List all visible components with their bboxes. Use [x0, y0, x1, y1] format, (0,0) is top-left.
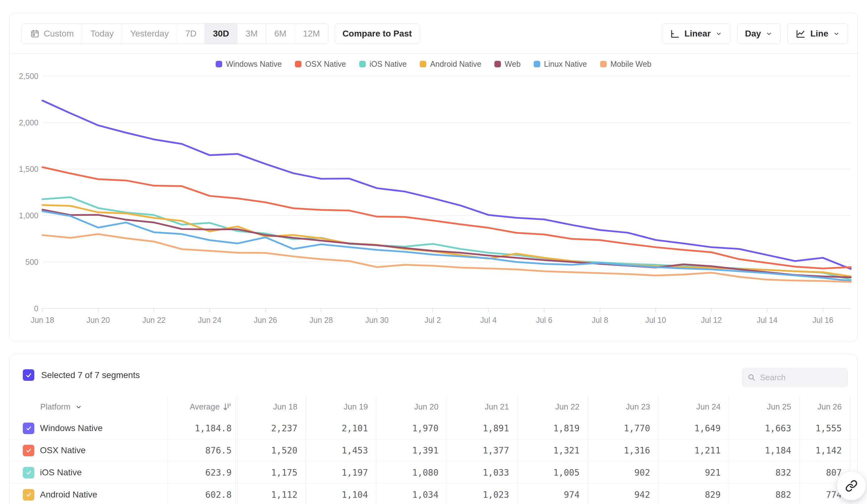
value-cell: 1,453 — [306, 445, 376, 456]
x-axis-label: Jul 6 — [536, 316, 553, 324]
average-cell: 623.9 — [167, 468, 235, 478]
search-icon — [748, 373, 756, 382]
range-button-3m[interactable]: 3M — [237, 24, 266, 44]
date-column-header[interactable]: Jun 24 — [658, 402, 729, 412]
average-cell: 602.8 — [167, 490, 235, 500]
platform-cell: Android Native — [10, 489, 167, 501]
x-axis-label: Jul 4 — [480, 316, 497, 324]
platform-name: OSX Native — [40, 445, 86, 455]
compare-to-past-button[interactable]: Compare to Past — [334, 23, 420, 44]
row-checkbox[interactable] — [23, 489, 34, 501]
share-link-button[interactable] — [837, 472, 866, 500]
platform-cell: OSX Native — [10, 445, 167, 456]
range-button-custom[interactable]: Custom — [22, 24, 82, 44]
select-all-checkbox[interactable] — [23, 369, 34, 381]
check-icon — [25, 425, 32, 431]
average-cell: 1,184.8 — [167, 423, 235, 434]
average-column-header[interactable]: Average — [167, 402, 235, 412]
range-button-7d[interactable]: 7D — [177, 24, 205, 44]
chart-toolbar: CustomTodayYesterday7D30D3M6M12M Compare… — [22, 23, 848, 44]
value-cell: 2,101 — [306, 423, 376, 434]
date-column-header[interactable]: Jun 21 — [447, 402, 517, 412]
line-dropdown[interactable]: Line — [788, 23, 848, 44]
value-cell: 882 — [729, 490, 799, 500]
sort-descending-icon — [222, 402, 232, 412]
value-cell: 1,104 — [306, 490, 376, 500]
value-cell: 1,391 — [376, 445, 447, 456]
selected-segments-label: Selected 7 of 7 segments — [41, 370, 140, 380]
row-checkbox[interactable] — [23, 423, 34, 434]
range-button-yesterday[interactable]: Yesterday — [122, 24, 177, 44]
day-dropdown[interactable]: Day — [737, 23, 781, 44]
value-cell: 1,211 — [658, 445, 729, 456]
value-cell: 1,770 — [588, 423, 658, 434]
check-icon — [25, 469, 32, 475]
date-column-header[interactable]: Jun 19 — [306, 402, 376, 412]
x-axis-label: Jun 26 — [254, 316, 277, 324]
dropdown-label: Line — [810, 29, 828, 39]
x-axis-label: Jul 10 — [645, 316, 666, 324]
table-row-osx-native: OSX Native876.51,5201,4531,3911,3771,321… — [10, 439, 857, 462]
series-line-mobile-web[interactable] — [42, 234, 851, 282]
row-checkbox[interactable] — [23, 467, 34, 479]
range-label: Today — [90, 29, 114, 39]
platform-name: Android Native — [40, 490, 97, 500]
value-cell: 1,033 — [447, 468, 517, 478]
x-axis-label: Jun 24 — [198, 316, 221, 324]
value-cell: 942 — [588, 490, 658, 500]
row-checkbox[interactable] — [23, 445, 34, 456]
range-button-today[interactable]: Today — [82, 24, 122, 44]
date-column-header[interactable]: Jun 18 — [237, 402, 306, 412]
platform-cell: Windows Native — [10, 423, 167, 434]
table-row-ios-native: iOS Native623.91,1751,1971,0801,0331,005… — [10, 462, 857, 484]
value-cell: 1,112 — [237, 490, 306, 500]
range-label: 12M — [303, 29, 320, 39]
value-cell: 1,184 — [729, 445, 799, 456]
date-column-header[interactable]: Jun 25 — [729, 402, 799, 412]
range-button-12m[interactable]: 12M — [295, 24, 328, 44]
x-axis-label: Jul 16 — [812, 316, 833, 324]
chevron-down-icon — [765, 30, 773, 37]
value-cell: 1,555 — [799, 423, 850, 434]
line-chart-icon — [795, 29, 806, 39]
x-axis-label: Jul 14 — [757, 316, 778, 324]
dropdown-label: Day — [745, 29, 761, 39]
value-cell: 2,237 — [237, 423, 306, 434]
x-axis-label: Jul 12 — [701, 316, 722, 324]
platform-column-header[interactable]: Platform — [10, 402, 167, 412]
chevron-down-icon — [715, 30, 722, 37]
value-cell: 902 — [588, 468, 658, 478]
date-column-header[interactable]: Jun 23 — [588, 402, 658, 412]
date-column-header[interactable]: Jun 20 — [376, 402, 447, 412]
range-button-30d[interactable]: 30D — [204, 24, 237, 44]
value-cell: 1,321 — [517, 445, 588, 456]
line-chart[interactable]: 05001,0001,5002,0002,500Jun 18Jun 20Jun … — [10, 53, 857, 341]
segments-table-card: Selected 7 of 7 segments PlatformAverage… — [9, 354, 858, 504]
range-button-6m[interactable]: 6M — [266, 24, 295, 44]
date-column-header[interactable]: Jun 26 — [799, 402, 850, 412]
x-axis-label: Jun 22 — [142, 316, 166, 324]
platform-name: Windows Native — [40, 423, 103, 433]
x-axis-label: Jun 18 — [31, 316, 54, 324]
segment-search-box — [742, 368, 848, 387]
x-axis-label: Jun 28 — [310, 316, 333, 324]
date-range-segmented-control: CustomTodayYesterday7D30D3M6M12M — [22, 23, 328, 44]
search-input[interactable] — [759, 372, 842, 383]
series-line-android-native[interactable] — [42, 205, 851, 277]
date-column-header[interactable]: Jun 22 — [517, 402, 588, 412]
value-cell: 1,520 — [237, 445, 306, 456]
value-cell: 1,970 — [376, 423, 447, 434]
chart-display-controls: LinearDayLine — [662, 23, 848, 44]
table-row-windows-native: Windows Native1,184.82,2372,1011,9701,89… — [10, 417, 857, 439]
axis-icon — [670, 29, 680, 39]
y-axis-label: 0 — [34, 304, 39, 313]
x-axis-label: Jul 8 — [592, 316, 608, 324]
y-axis-label: 500 — [25, 258, 39, 266]
range-label: 3M — [246, 29, 258, 39]
table-row-android-native: Android Native602.81,1121,1041,0341,0239… — [10, 484, 857, 504]
value-cell: 1,197 — [306, 468, 376, 478]
value-cell: 974 — [517, 490, 588, 500]
linear-dropdown[interactable]: Linear — [662, 23, 730, 44]
average-header-label: Average — [190, 402, 220, 412]
y-axis-label: 2,500 — [19, 72, 39, 80]
